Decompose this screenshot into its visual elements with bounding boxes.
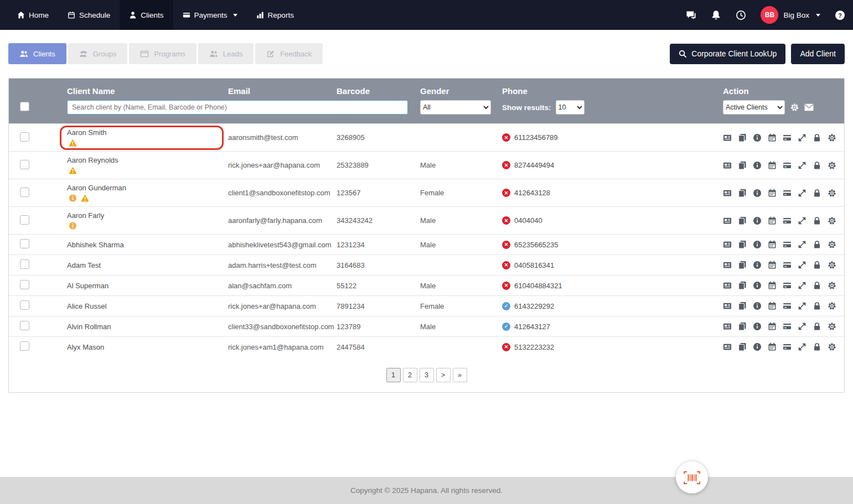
info-icon[interactable] — [753, 161, 762, 170]
settings-icon[interactable] — [828, 322, 836, 331]
tab-programs[interactable]: Programs — [129, 43, 196, 64]
resize-icon[interactable] — [798, 240, 807, 249]
settings-icon[interactable] — [828, 216, 836, 225]
payment-icon[interactable] — [783, 281, 792, 290]
payment-icon[interactable] — [783, 133, 792, 142]
pagination-page[interactable]: 3 — [420, 368, 434, 382]
pagination-page-current[interactable]: 1 — [386, 368, 401, 382]
lock-icon[interactable] — [813, 216, 821, 225]
client-name[interactable]: Alice Russel — [67, 302, 228, 310]
lock-icon[interactable] — [813, 261, 821, 269]
info-icon[interactable] — [753, 261, 762, 269]
account-menu[interactable]: BB Big Box — [761, 6, 820, 24]
tab-leads[interactable]: Leads — [198, 43, 254, 64]
add-client-button[interactable]: Add Client — [791, 44, 845, 64]
warning-icon[interactable] — [81, 194, 89, 202]
tab-groups[interactable]: Groups — [68, 43, 128, 64]
warning-icon[interactable] — [69, 167, 77, 174]
calendar-icon[interactable] — [768, 261, 777, 269]
resize-icon[interactable] — [798, 322, 807, 331]
membership-card-icon[interactable] — [723, 342, 732, 351]
nav-item-reports[interactable]: Reports — [247, 0, 303, 30]
settings-icon[interactable] — [828, 342, 836, 351]
corporate-client-lookup-button[interactable]: Corporate Client LookUp — [670, 44, 785, 64]
resize-icon[interactable] — [798, 133, 807, 142]
resize-icon[interactable] — [798, 302, 807, 310]
info-icon[interactable] — [753, 342, 762, 351]
bell-icon[interactable] — [711, 10, 721, 20]
calendar-icon[interactable] — [768, 189, 777, 198]
calendar-icon[interactable] — [768, 216, 777, 225]
settings-icon[interactable] — [828, 302, 836, 310]
help-icon[interactable]: ? — [835, 10, 845, 20]
history-clock-icon[interactable] — [736, 10, 746, 20]
payment-icon[interactable] — [783, 302, 792, 310]
row-checkbox[interactable] — [20, 160, 29, 169]
settings-icon[interactable] — [828, 189, 836, 198]
payment-icon[interactable] — [783, 161, 792, 170]
documents-icon[interactable] — [738, 302, 747, 310]
client-name[interactable]: Aaron Gunderman — [67, 184, 228, 192]
documents-icon[interactable] — [738, 342, 747, 351]
calendar-icon[interactable] — [768, 342, 777, 351]
row-checkbox[interactable] — [20, 280, 29, 289]
row-checkbox[interactable] — [20, 132, 29, 142]
info-flag-icon[interactable] — [69, 194, 77, 202]
documents-icon[interactable] — [738, 216, 747, 225]
nav-item-clients[interactable]: Clients — [120, 0, 173, 30]
pagination-page[interactable]: 2 — [403, 368, 417, 382]
payment-icon[interactable] — [783, 216, 792, 225]
lock-icon[interactable] — [813, 322, 821, 331]
info-icon[interactable] — [753, 189, 762, 198]
membership-card-icon[interactable] — [723, 133, 732, 142]
lock-icon[interactable] — [813, 302, 821, 310]
nav-item-payments[interactable]: Payments — [173, 0, 247, 30]
gear-icon[interactable] — [790, 103, 799, 112]
info-icon[interactable] — [753, 216, 762, 225]
row-checkbox[interactable] — [20, 259, 29, 269]
barcode-scanner-button[interactable] — [676, 461, 708, 493]
client-status-filter-select[interactable]: Active Clients — [723, 100, 785, 115]
resize-icon[interactable] — [798, 161, 807, 170]
documents-icon[interactable] — [738, 133, 747, 142]
membership-card-icon[interactable] — [723, 302, 732, 310]
info-icon[interactable] — [753, 281, 762, 290]
info-icon[interactable] — [753, 302, 762, 310]
resize-icon[interactable] — [798, 261, 807, 269]
nav-item-home[interactable]: Home — [8, 0, 58, 30]
gender-filter-select[interactable]: All — [420, 100, 491, 115]
settings-icon[interactable] — [828, 281, 836, 290]
documents-icon[interactable] — [738, 322, 747, 331]
client-name[interactable]: Al Superman — [67, 282, 228, 290]
info-flag-icon[interactable] — [69, 222, 77, 230]
calendar-icon[interactable] — [768, 161, 777, 170]
row-checkbox[interactable] — [20, 321, 29, 330]
membership-card-icon[interactable] — [723, 216, 732, 225]
membership-card-icon[interactable] — [723, 322, 732, 331]
resize-icon[interactable] — [798, 281, 807, 290]
membership-card-icon[interactable] — [723, 189, 732, 198]
info-icon[interactable] — [753, 322, 762, 331]
membership-card-icon[interactable] — [723, 161, 732, 170]
client-name[interactable]: Alvin Rollman — [67, 323, 228, 331]
calendar-icon[interactable] — [768, 133, 777, 142]
client-name[interactable]: Aaron Smith — [67, 128, 228, 137]
payment-icon[interactable] — [783, 240, 792, 249]
payment-icon[interactable] — [783, 322, 792, 331]
select-all-checkbox[interactable] — [20, 102, 29, 111]
membership-card-icon[interactable] — [723, 240, 732, 249]
settings-icon[interactable] — [828, 261, 836, 269]
documents-icon[interactable] — [738, 161, 747, 170]
resize-icon[interactable] — [798, 189, 807, 198]
info-icon[interactable] — [753, 133, 762, 142]
row-checkbox[interactable] — [20, 341, 29, 351]
documents-icon[interactable] — [738, 281, 747, 290]
client-name[interactable]: Aaron Reynolds — [67, 156, 228, 164]
warning-icon[interactable] — [69, 139, 77, 147]
show-results-select[interactable]: 10 — [556, 100, 585, 115]
payment-icon[interactable] — [783, 342, 792, 351]
pagination-page[interactable]: > — [436, 368, 451, 382]
chat-icon[interactable] — [686, 10, 696, 20]
row-checkbox[interactable] — [20, 300, 29, 310]
settings-icon[interactable] — [828, 240, 836, 249]
